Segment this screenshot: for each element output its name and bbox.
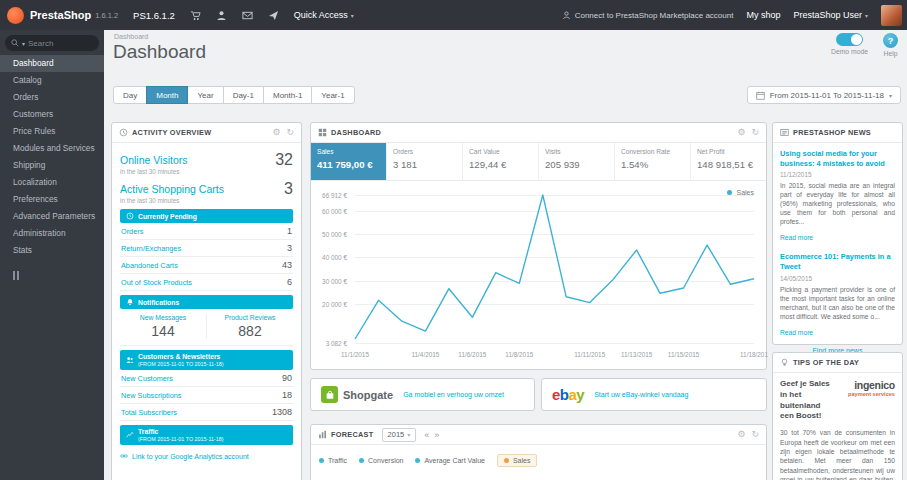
forecast-legend-item[interactable]: Traffic (319, 457, 347, 464)
sidebar-item[interactable]: Advanced Parameters (0, 208, 104, 225)
forecast-legend-item[interactable]: Conversion (359, 457, 403, 464)
newspaper-icon (780, 128, 789, 137)
kpi-box[interactable]: Conversion Rate 1.54% (614, 143, 690, 180)
user-menu[interactable]: PrestaShop User ▾ (793, 10, 868, 20)
help-block: ? Help (883, 33, 898, 57)
lightbulb-icon (780, 358, 789, 367)
configure-icon[interactable]: ⚙ (272, 128, 280, 137)
news-article-title-link[interactable]: Using social media for your business: 4 … (780, 149, 895, 168)
shopgate-ad-link[interactable]: Ga mobiel en verhoog uw omzet (403, 390, 504, 399)
sidebar-item[interactable]: Shipping (0, 157, 104, 174)
date-range-tab[interactable]: Year-1 (311, 86, 354, 104)
refresh-icon[interactable]: ↻ (286, 128, 294, 137)
chevron-down-icon: ▾ (889, 92, 892, 99)
sidebar-search[interactable]: ▾ (5, 35, 99, 51)
help-icon[interactable]: ? (883, 33, 898, 48)
my-shop-link[interactable]: My shop (746, 10, 780, 20)
date-range-tab[interactable]: Month-1 (263, 86, 312, 104)
refresh-icon[interactable]: ↻ (751, 128, 759, 137)
chevron-down-icon: ▾ (407, 431, 410, 438)
ebay-ad-link[interactable]: Start uw eBay-winkel vandaag (594, 390, 688, 399)
date-range-tab[interactable]: Day (113, 86, 147, 104)
kpi-box[interactable]: Orders 3 181 (386, 143, 462, 180)
cart-icon[interactable] (190, 10, 201, 21)
sidebar-item[interactable]: Catalog (0, 72, 104, 89)
forecast-year-select[interactable]: 2015 ▾ (382, 428, 417, 442)
new-messages-cell[interactable]: New Messages 144 (120, 314, 207, 339)
sidebar-item[interactable]: Localization (0, 174, 104, 191)
sidebar-item[interactable]: Administration (0, 225, 104, 242)
configure-icon[interactable]: ⚙ (737, 128, 745, 137)
next-year-button[interactable]: » (434, 430, 439, 440)
configure-icon[interactable]: ⚙ (737, 430, 745, 439)
tips-panel-body: Geef je Sales in het buitenland een Boos… (773, 373, 902, 480)
kpi-value: 148 918,51 € (697, 159, 760, 170)
read-more-link[interactable]: Read more (780, 234, 813, 241)
kpi-box[interactable]: Visits 205 939 (538, 143, 614, 180)
activity-row-link[interactable]: Total Subscribers (121, 408, 177, 417)
activity-row: New Subscriptions 18 (120, 387, 293, 404)
notifications-grid: New Messages 144 Product Reviews 882 (120, 309, 293, 346)
previous-year-button[interactable]: « (424, 430, 429, 440)
sidebar-item[interactable]: Customers (0, 106, 104, 123)
kpi-label: Net Profit (697, 148, 760, 155)
demo-mode-block: Demo mode (831, 33, 868, 57)
version-label: 1.6.1.2 (95, 11, 118, 20)
activity-row-link[interactable]: Abandoned Carts (121, 261, 178, 270)
news-article-title-link[interactable]: Ecommerce 101: Payments in a Tweet (780, 252, 895, 271)
date-range-tab[interactable]: Month (146, 86, 188, 104)
date-range-picker[interactable]: From 2015-11-01 To 2015-11-18 ▾ (747, 86, 901, 104)
collapse-menu-icon[interactable] (13, 271, 104, 280)
read-more-link[interactable]: Read more (780, 329, 813, 336)
user-avatar[interactable] (881, 5, 902, 26)
sidebar-search-input[interactable] (28, 39, 78, 48)
panel-title: PRESTASHOP NEWS (793, 128, 871, 137)
new-messages-link[interactable]: New Messages (120, 314, 206, 321)
chart-y-tick-label: 66 912 € (322, 192, 347, 199)
marketplace-label: Connect to PrestaShop Marketplace accoun… (575, 11, 734, 20)
shop-name-link[interactable]: PS1.6.1.2 (133, 10, 175, 21)
activity-row-link[interactable]: Out of Stock Products (121, 278, 192, 287)
activity-row-value: 3 (287, 243, 292, 253)
product-reviews-cell[interactable]: Product Reviews 882 (207, 314, 293, 339)
date-range-tab[interactable]: Day-1 (223, 86, 264, 104)
sidebar-item[interactable]: Modules and Services (0, 140, 104, 157)
sidebar-item[interactable]: Orders (0, 89, 104, 106)
activity-row-link[interactable]: New Subscriptions (121, 391, 181, 400)
forecast-legend-item[interactable]: Sales (497, 454, 538, 467)
product-reviews-link[interactable]: Product Reviews (207, 314, 293, 321)
sidebar-item[interactable]: Price Rules (0, 123, 104, 140)
ebay-module-ad[interactable]: ebay Start uw eBay-winkel vandaag (541, 378, 767, 411)
shopgate-module-ad[interactable]: Shopgate Ga mobiel en verhoog uw omzet (310, 378, 535, 411)
shopping-bag-icon (325, 390, 335, 400)
customer-icon[interactable] (216, 10, 227, 21)
quick-access-menu[interactable]: Quick Access ▾ (294, 10, 354, 20)
legend-label: Sales (513, 457, 531, 464)
news-article-date: 14/05/2015 (780, 275, 895, 282)
search-scope-caret-icon[interactable]: ▾ (22, 40, 25, 47)
chart-x-tick-label: 11/8/2015 (505, 351, 533, 358)
sidebar-item[interactable]: Preferences (0, 191, 104, 208)
sidebar-item[interactable]: Dashboard (0, 55, 104, 72)
refresh-icon[interactable]: ↻ (751, 430, 759, 439)
active-carts-count: 3 (284, 180, 293, 198)
active-carts-link[interactable]: Active Shopping Carts (120, 183, 224, 195)
sidebar-item[interactable]: Stats (0, 242, 104, 259)
prestashop-news-panel: PRESTASHOP NEWS Using social media for y… (772, 122, 903, 345)
marketplace-account-link[interactable]: Connect to PrestaShop Marketplace accoun… (562, 11, 734, 20)
demo-mode-toggle[interactable] (836, 33, 863, 46)
kpi-box[interactable]: Cart Value 129,44 € (462, 143, 538, 180)
forecast-legend-item[interactable]: Average Cart Value (415, 457, 484, 464)
legend-dot (359, 458, 364, 463)
kpi-box[interactable]: Net Profit 148 918,51 € (690, 143, 766, 180)
google-analytics-link[interactable]: Link to your Google Analytics account (120, 452, 293, 460)
date-range-tab[interactable]: Year (187, 86, 223, 104)
activity-row-link[interactable]: Return/Exchanges (121, 244, 181, 253)
prestashop-logo[interactable] (7, 7, 24, 24)
activity-row-link[interactable]: New Customers (121, 374, 173, 383)
messages-icon[interactable] (242, 10, 253, 21)
online-visitors-link[interactable]: Online Visitors (120, 154, 188, 166)
rocket-icon[interactable] (268, 10, 279, 21)
kpi-box[interactable]: Sales 411 759,00 € (311, 143, 386, 180)
activity-row-link[interactable]: Orders (121, 227, 143, 236)
